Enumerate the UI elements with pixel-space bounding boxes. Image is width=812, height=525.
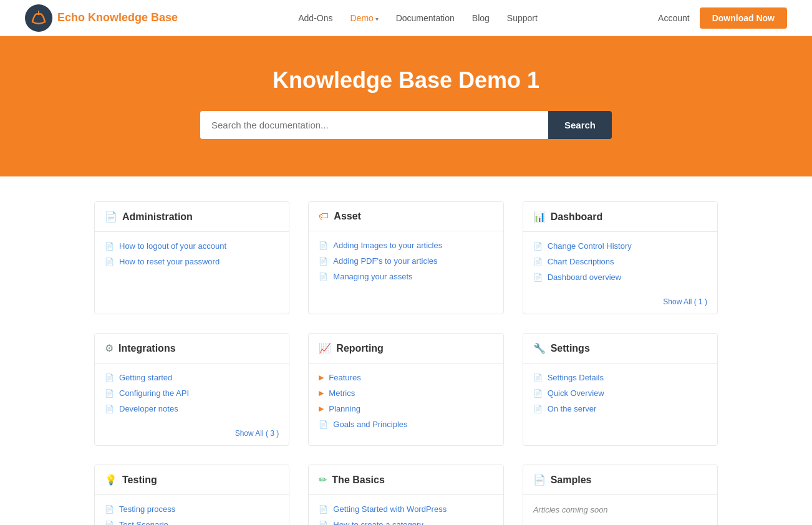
card-header-basics: ✏ The Basics: [309, 465, 503, 495]
doc-icon: 📄: [319, 257, 328, 266]
doc-icon: 📄: [105, 505, 114, 514]
dashboard-link-2[interactable]: Chart Descriptions: [548, 257, 614, 266]
card-header-samples: 📄 Samples: [523, 465, 717, 495]
list-item: 📄 Configuring the API: [105, 385, 279, 401]
asset-link-3[interactable]: Managing your assets: [333, 272, 412, 281]
samples-title: Samples: [551, 474, 592, 486]
basics-title: The Basics: [332, 474, 384, 486]
list-item: 📄 How to create a category: [319, 517, 493, 525]
doc-icon: 📄: [105, 389, 114, 398]
reporting-link-4[interactable]: Goals and Principles: [333, 420, 407, 429]
nav-right: Account Download Now: [658, 7, 787, 29]
navbar: Echo Knowledge Base Add-Ons Demo Documen…: [0, 0, 812, 36]
dashboard-show-all[interactable]: Show All ( 1 ): [663, 297, 707, 306]
search-button[interactable]: Search: [548, 111, 612, 139]
integrations-link-3[interactable]: Developer notes: [119, 404, 178, 413]
list-item: 📄 Quick Overview: [533, 385, 707, 401]
basics-link-1[interactable]: Getting Started with WordPress: [333, 504, 447, 514]
arrow-icon: ▶: [319, 405, 324, 413]
integrations-link-2[interactable]: Configuring the API: [119, 388, 189, 398]
list-item: 📄 Dashboard overview: [533, 269, 707, 285]
basics-link-2[interactable]: How to create a category: [333, 520, 423, 525]
reporting-body: ▶ Features ▶ Metrics ▶ Planning 📄 Goals …: [309, 364, 503, 441]
reporting-title: Reporting: [336, 343, 384, 354]
nav-links: Add-Ons Demo Documentation Blog Support: [298, 12, 538, 24]
dashboard-icon: 📊: [533, 211, 546, 223]
list-item: 📄 Chart Descriptions: [533, 254, 707, 269]
search-bar: Search: [200, 111, 612, 139]
doc-icon: 📄: [533, 373, 543, 382]
asset-body: 📄 Adding Images to your articles 📄 Addin…: [309, 231, 503, 293]
testing-body: 📄 Testing process 📄 Test Scenario 📄 Trac…: [95, 495, 289, 525]
settings-link-1[interactable]: Settings Details: [548, 373, 604, 382]
card-integrations: ⚙ Integrations 📄 Getting started 📄 Confi…: [94, 333, 289, 446]
doc-icon: 📄: [319, 241, 328, 250]
doc-icon: 📄: [105, 521, 114, 526]
svg-point-0: [25, 4, 52, 32]
doc-icon: 📄: [105, 258, 114, 266]
list-item: 📄 How to reset your password: [105, 254, 279, 269]
hero-section: Knowledge Base Demo 1 Search: [0, 36, 812, 176]
reporting-link-1[interactable]: Features: [329, 373, 360, 382]
nav-support[interactable]: Support: [507, 13, 538, 23]
list-item: 📄 Getting started: [105, 370, 279, 385]
settings-link-2[interactable]: Quick Overview: [548, 388, 604, 398]
nav-demo[interactable]: Demo: [350, 13, 379, 23]
nav-addons[interactable]: Add-Ons: [298, 13, 332, 23]
administration-icon: 📄: [105, 211, 117, 223]
testing-link-1[interactable]: Testing process: [119, 504, 175, 514]
basics-body: 📄 Getting Started with WordPress 📄 How t…: [309, 495, 503, 525]
asset-link-2[interactable]: Adding PDF's to your articles: [333, 256, 437, 266]
asset-icon: 🏷: [319, 211, 329, 222]
card-administration: 📄 Administration 📄 How to logout of your…: [94, 201, 289, 314]
nav-documentation[interactable]: Documentation: [396, 13, 455, 23]
doc-icon: 📄: [533, 258, 543, 266]
logo-link[interactable]: Echo Knowledge Base: [25, 4, 178, 32]
card-basics: ✏ The Basics 📄 Getting Started with Word…: [308, 465, 503, 525]
administration-body: 📄 How to logout of your account 📄 How to…: [95, 232, 289, 278]
doc-icon: 📄: [319, 420, 328, 429]
nav-blog[interactable]: Blog: [472, 13, 490, 23]
card-header-testing: 💡 Testing: [95, 465, 289, 495]
doc-icon: 📄: [533, 405, 543, 413]
samples-coming-soon: Articles coming soon: [523, 495, 717, 524]
card-testing: 💡 Testing 📄 Testing process 📄 Test Scena…: [94, 465, 289, 525]
list-item: 📄 Adding PDF's to your articles: [319, 253, 493, 269]
integrations-icon: ⚙: [105, 342, 114, 354]
list-item: ▶ Features: [319, 370, 493, 385]
list-item: ▶ Planning: [319, 401, 493, 417]
reporting-link-3[interactable]: Planning: [329, 404, 360, 413]
integrations-show-all[interactable]: Show All ( 3 ): [235, 429, 279, 438]
card-samples: 📄 Samples Articles coming soon: [523, 465, 718, 525]
card-settings: 🔧 Settings 📄 Settings Details 📄 Quick Ov…: [523, 333, 718, 446]
logo-icon: [25, 4, 52, 32]
card-header-reporting: 📈 Reporting: [309, 334, 503, 364]
admin-link-2[interactable]: How to reset your password: [119, 257, 220, 266]
arrow-icon: ▶: [319, 373, 324, 382]
doc-icon: 📄: [105, 373, 114, 382]
list-item: 📄 Goals and Principles: [319, 417, 493, 432]
list-item: 📄 Adding Images to your articles: [319, 238, 493, 253]
testing-title: Testing: [122, 474, 157, 486]
settings-body: 📄 Settings Details 📄 Quick Overview 📄 On…: [523, 364, 717, 425]
integrations-footer: Show All ( 3 ): [95, 425, 289, 445]
dashboard-link-1[interactable]: Change Control History: [548, 241, 632, 251]
list-item: 📄 Managing your assets: [319, 269, 493, 284]
download-button[interactable]: Download Now: [700, 7, 787, 29]
card-dashboard: 📊 Dashboard 📄 Change Control History 📄 C…: [523, 201, 718, 314]
reporting-link-2[interactable]: Metrics: [329, 388, 355, 398]
doc-icon: 📄: [105, 242, 114, 251]
search-input[interactable]: [200, 111, 548, 139]
settings-link-3[interactable]: On the server: [548, 404, 597, 413]
testing-link-2[interactable]: Test Scenario: [119, 520, 168, 525]
integrations-link-1[interactable]: Getting started: [119, 373, 172, 382]
card-header-settings: 🔧 Settings: [523, 334, 717, 364]
asset-link-1[interactable]: Adding Images to your articles: [333, 241, 442, 250]
account-menu[interactable]: Account: [658, 13, 690, 23]
admin-link-1[interactable]: How to logout of your account: [119, 241, 226, 251]
dashboard-link-3[interactable]: Dashboard overview: [548, 272, 622, 282]
dashboard-body: 📄 Change Control History 📄 Chart Descrip…: [523, 232, 717, 294]
administration-title: Administration: [122, 211, 193, 223]
integrations-body: 📄 Getting started 📄 Configuring the API …: [95, 364, 289, 425]
arrow-icon: ▶: [319, 389, 324, 397]
